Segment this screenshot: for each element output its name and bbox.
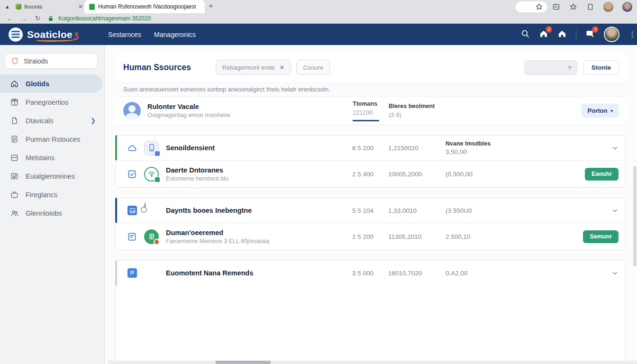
sidebar-item-purman-rstouces[interactable]: Purman Rstouces [0, 130, 104, 148]
tab-favicon [89, 4, 95, 10]
chevron-down-icon[interactable] [611, 145, 619, 152]
horizontal-scrollbar-thumb[interactable] [216, 361, 271, 364]
document-icon [10, 116, 19, 125]
favorites-star-icon[interactable] [569, 3, 577, 11]
browser-tab-pinned[interactable]: Ibooota [16, 4, 77, 9]
vertical-scrollbar-thumb[interactable] [633, 166, 637, 266]
lock-icon [48, 16, 54, 21]
search-icon[interactable] [520, 29, 530, 40]
new-tab-button[interactable]: + [209, 1, 213, 11]
chevron-down-icon[interactable] [611, 270, 619, 277]
extension-icon[interactable] [586, 3, 594, 11]
sidebar-item-panegroertios[interactable]: Panegroertios [0, 93, 104, 111]
row-title: Dayntts booes Inebengtne [166, 207, 252, 214]
semunr-button[interactable]: Semunr [583, 230, 619, 243]
row-accent-bar [115, 135, 117, 161]
sidebar-item-label: Euialgieroreines [26, 173, 75, 180]
filter-chip[interactable]: Cooure [296, 60, 330, 75]
bookmark-star-icon[interactable] [535, 3, 543, 11]
chip-label: Cooure [303, 64, 323, 71]
row-value-3: 2.500,10 [446, 233, 578, 240]
chevron-down-icon[interactable] [611, 207, 619, 214]
porton-dropdown-button[interactable]: Porton ▾ [582, 104, 619, 118]
horizontal-scrollbar-track[interactable] [108, 361, 637, 364]
home-notifications-icon[interactable]: 2 [539, 29, 548, 40]
checkbox-icon[interactable] [127, 170, 136, 179]
plus-icon[interactable]: + [567, 63, 572, 72]
row-subtitle: Faroememe Memece 3 ELL 60j/esataia [166, 238, 269, 245]
profile-description: Ootgmagentag emoe rnoishetie [147, 112, 230, 118]
table-row[interactable]: Daerte Dntoranes Estomeme hembeot ldo 2 … [116, 160, 625, 187]
stat-label: Ttomans [353, 100, 389, 107]
tab-close-icon[interactable]: ✕ [78, 3, 83, 10]
apps-panel-icon[interactable]: 3 [585, 29, 595, 40]
browser-pin-icon[interactable]: ▲ [5, 4, 10, 9]
person-avatar-icon [123, 102, 141, 119]
sidebar-top-button[interactable]: Straiods [5, 53, 98, 69]
add-input[interactable]: + [524, 60, 577, 75]
row-title: Euomotent Nana Remends [166, 269, 254, 277]
filter-chip[interactable]: Rebagermonl ende ✕ [216, 60, 291, 75]
browser-address-bar: ← → ↻ Kulgonlkooocahtmagenmam 352020 [0, 13, 637, 24]
sidebar-item-glennloiobs[interactable]: Glennloiobs [0, 204, 104, 222]
sidebar-item-label: Dtavicals [26, 117, 54, 125]
page-subtitle: Suen anriestuencert eonerces sorbnp aneo… [115, 82, 626, 97]
table-row[interactable]: Dayntts booes Inebengtne 5 5 104 1,33,00… [116, 198, 625, 223]
caret-down-icon: ▾ [610, 109, 613, 113]
flag-tile-icon [127, 268, 137, 278]
browser-account-avatar[interactable] [622, 2, 632, 12]
id-card-icon [10, 172, 19, 181]
table-row[interactable]: Euomotent Nana Remends 3 5 000 16010,702… [116, 261, 625, 285]
nav-item-sestarnces[interactable]: Sestarnces [108, 31, 141, 38]
button-label: Porton [588, 107, 608, 114]
wifi-app-icon [144, 167, 159, 182]
page-title: Human Ssources [123, 63, 191, 73]
forward-arrow-icon[interactable]: → [21, 15, 27, 22]
table-row[interactable]: Duman'oeeremed Faroememe Memece 3 ELL 60… [116, 223, 625, 250]
stat-ttomans: Ttomans 221100 [353, 100, 389, 121]
grid-badge-icon [155, 151, 160, 156]
chip-close-icon[interactable]: ✕ [280, 64, 285, 71]
sidebar: Straiods Glotids Panegroertios Dtavicals… [0, 45, 105, 364]
stonle-button[interactable]: Stonle [583, 60, 619, 75]
nav-item-manageronics[interactable]: Manageronics [154, 31, 196, 38]
sidebar-item-label: Glennloiobs [26, 209, 62, 217]
row-value-3: (0.500,00 [446, 171, 578, 178]
checkbox-icon[interactable] [127, 232, 136, 241]
reload-icon[interactable]: ↻ [35, 15, 40, 22]
row-title: Senoildensient [166, 144, 215, 152]
browser-profile-avatar[interactable] [603, 2, 613, 12]
app-logo[interactable]: Soaticloe ʒ [9, 27, 73, 42]
browser-tab-active[interactable]: Human Rsfenoseeoh lVacdoogioojaest [84, 0, 205, 13]
gift-icon [10, 98, 19, 107]
alert-badge-icon [154, 239, 160, 245]
row-value-1: 8 5 200 [352, 145, 388, 152]
sidebar-item-euialgieroreines[interactable]: Euialgieroreines [0, 167, 104, 185]
eaouhr-button[interactable]: Eaouhr [585, 168, 619, 181]
sidebar-item-melstains[interactable]: Melstains [0, 148, 104, 167]
profile-row[interactable]: Rulonter Vacale Ootgmagentag emoe rnoish… [115, 97, 626, 125]
back-arrow-icon[interactable]: ← [7, 15, 13, 22]
row-value-1: 5 5 104 [352, 207, 388, 214]
home-icon[interactable] [557, 29, 567, 40]
sidebar-item-label: Glotids [26, 80, 49, 88]
url-text[interactable]: Kulgonlkooocahtmagenmam 352020 [58, 15, 151, 22]
tab-label: Human Rsfenoseeoh lVacdoogioojaest [98, 3, 196, 10]
sidebar-item-label: Purman Rstouces [26, 136, 80, 143]
cloud-icon [127, 144, 137, 152]
row-value-3: 0.A2,00 [446, 270, 578, 277]
kebab-menu-icon[interactable]: ⋮ [628, 33, 631, 36]
brand-name: Soaticloe ʒ [27, 29, 73, 40]
sidebar-item-fireglancs[interactable]: Fireglancs [0, 185, 104, 204]
user-avatar[interactable] [604, 27, 619, 42]
sidebar-item-label: Fireglancs [26, 191, 57, 199]
archive-box-icon [10, 153, 19, 162]
briefcase-icon [10, 190, 19, 199]
chip-label: Rebagermonl ende [222, 64, 275, 71]
sidebar-item-dtavicals[interactable]: Dtavicals ❯ [0, 111, 104, 130]
table-row[interactable]: Senoildensient 8 5 200 1,2150020 Nvane I… [116, 136, 625, 160]
reading-list-icon[interactable] [552, 3, 560, 11]
sidebar-item-glotids[interactable]: Glotids [0, 74, 102, 93]
home-icon [10, 79, 19, 88]
value: 3,50,00 [446, 148, 578, 155]
